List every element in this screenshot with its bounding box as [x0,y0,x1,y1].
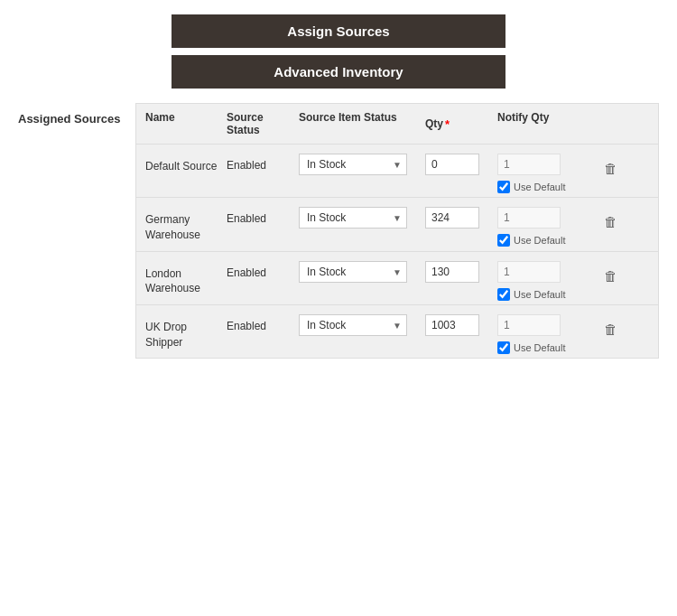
qty-input[interactable] [425,207,479,229]
col-header-actions [597,111,624,136]
notify-qty-input[interactable] [497,154,561,175]
use-default-label: Use Default [514,341,565,354]
source-name: London Warehouse [145,261,218,297]
delete-button[interactable]: 🗑 [602,212,619,232]
qty-input[interactable] [425,154,479,175]
source-name: UK Drop Shipper [145,314,218,350]
delete-button[interactable]: 🗑 [602,159,619,179]
required-indicator: * [445,117,450,131]
qty-cell [425,154,497,175]
delete-button[interactable]: 🗑 [602,266,619,286]
qty-cell [425,314,497,336]
item-status-select-wrapper: In StockOut of Stock▼ [299,261,407,283]
source-name: Germany Warehouse [145,207,218,243]
source-status: Enabled [227,261,299,279]
source-item-status-cell: In StockOut of Stock▼ [299,154,425,175]
item-status-select[interactable]: In StockOut of Stock [299,261,407,283]
notify-qty-cell: Use Default [497,154,597,193]
table-row: London WarehouseEnabledIn StockOut of St… [136,252,658,305]
trash-icon: 🗑 [604,322,617,337]
source-item-status-cell: In StockOut of Stock▼ [299,314,425,336]
notify-qty-cell: Use Default [497,314,597,354]
table-body: Default SourceEnabledIn StockOut of Stoc… [136,145,658,358]
use-default-row: Use Default [497,234,597,247]
col-header-notify-qty: Notify Qty [497,111,597,136]
notify-qty-cell: Use Default [497,207,597,247]
use-default-checkbox[interactable] [497,288,510,301]
advanced-inventory-button[interactable]: Advanced Inventory [172,55,505,89]
source-item-status-cell: In StockOut of Stock▼ [299,261,425,283]
item-status-select-wrapper: In StockOut of Stock▼ [299,314,407,336]
table-row: Default SourceEnabledIn StockOut of Stoc… [136,145,658,198]
use-default-row: Use Default [497,181,597,193]
item-status-select-wrapper: In StockOut of Stock▼ [299,154,407,175]
delete-cell: 🗑 [597,261,624,286]
item-status-select-wrapper: In StockOut of Stock▼ [299,207,407,229]
col-header-name: Name [145,111,227,136]
trash-icon: 🗑 [604,268,617,284]
use-default-checkbox[interactable] [497,341,510,354]
delete-cell: 🗑 [597,154,624,179]
notify-qty-input[interactable] [497,207,561,229]
source-status: Enabled [227,314,299,332]
item-status-select[interactable]: In StockOut of Stock [299,154,407,175]
assigned-sources-section: Assigned Sources Name Source Status Sour… [18,103,659,359]
notify-qty-input[interactable] [497,314,561,336]
col-header-source-status: Source Status [227,111,299,136]
use-default-checkbox[interactable] [497,181,510,193]
use-default-label: Use Default [514,234,565,247]
col-header-source-item-status: Source Item Status [299,111,425,136]
sources-table: Name Source Status Source Item Status Qt… [135,103,659,359]
item-status-select[interactable]: In StockOut of Stock [299,207,407,229]
use-default-row: Use Default [497,288,597,301]
source-status: Enabled [227,154,299,172]
trash-icon: 🗑 [604,214,617,229]
page-wrapper: Assign Sources Advanced Inventory Assign… [0,0,677,373]
use-default-checkbox[interactable] [497,234,510,247]
col-header-qty: Qty * [425,111,497,136]
delete-cell: 🗑 [597,314,624,340]
assign-sources-button[interactable]: Assign Sources [172,14,505,48]
table-row: Germany WarehouseEnabledIn StockOut of S… [136,198,658,251]
use-default-row: Use Default [497,341,597,354]
trash-icon: 🗑 [604,161,617,176]
table-row: UK Drop ShipperEnabledIn StockOut of Sto… [136,305,658,358]
table-header: Name Source Status Source Item Status Qt… [136,104,658,145]
use-default-label: Use Default [514,288,565,301]
qty-input[interactable] [425,261,479,283]
qty-input[interactable] [425,314,479,336]
delete-cell: 🗑 [597,207,624,232]
source-name: Default Source [145,154,218,174]
section-label: Assigned Sources [18,103,135,359]
use-default-label: Use Default [514,181,565,193]
source-item-status-cell: In StockOut of Stock▼ [299,207,425,229]
qty-cell [425,261,497,283]
item-status-select[interactable]: In StockOut of Stock [299,314,407,336]
notify-qty-cell: Use Default [497,261,597,301]
delete-button[interactable]: 🗑 [602,320,619,340]
qty-cell [425,207,497,229]
source-status: Enabled [227,207,299,225]
notify-qty-input[interactable] [497,261,561,283]
